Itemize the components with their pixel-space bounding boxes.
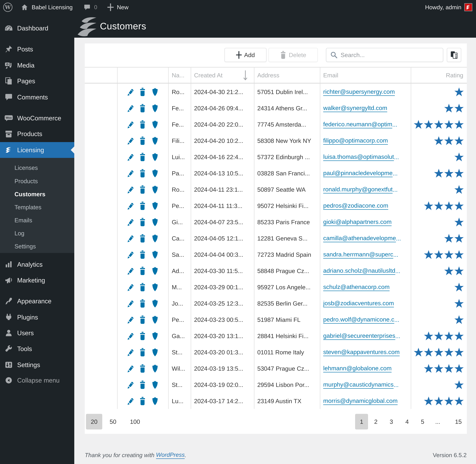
edit-icon[interactable] (126, 397, 133, 405)
shield-icon[interactable] (152, 234, 158, 243)
delete-button[interactable]: Delete (268, 48, 318, 62)
edit-icon[interactable] (126, 283, 133, 291)
sidebar-item-appearance[interactable]: Appearance (0, 293, 74, 309)
wordpress-logo-icon[interactable]: W (3, 0, 13, 14)
delete-icon[interactable] (139, 169, 146, 178)
edit-icon[interactable] (126, 315, 133, 324)
email-link[interactable]: schulz@athenacorp.com (323, 279, 390, 295)
email-link[interactable]: federico.neumann@optim... (323, 116, 397, 133)
shield-icon[interactable] (152, 185, 158, 194)
page-size-100[interactable]: 100 (127, 414, 143, 429)
edit-icon[interactable] (126, 136, 133, 145)
delete-icon[interactable] (139, 283, 146, 291)
edit-icon[interactable] (126, 185, 133, 194)
sort-desc-icon[interactable] (243, 70, 248, 81)
shield-icon[interactable] (152, 120, 158, 129)
home-icon[interactable] (21, 0, 28, 14)
wordpress-link[interactable]: WordPress (156, 451, 185, 459)
edit-icon[interactable] (126, 348, 133, 357)
sidebar-item-plugins[interactable]: Plugins (0, 309, 74, 325)
edit-icon[interactable] (126, 380, 133, 389)
shield-icon[interactable] (152, 136, 158, 145)
page-size-20[interactable]: 20 (86, 414, 102, 429)
comments-bubble-icon[interactable] (84, 0, 90, 14)
shield-icon[interactable] (152, 218, 158, 227)
submenu-item-licenses[interactable]: Licenses (0, 161, 74, 174)
column-header-created-at[interactable]: Created At (194, 68, 222, 83)
submenu-item-settings[interactable]: Settings (0, 240, 74, 253)
email-link[interactable]: gabriel@secureenterprises... (323, 328, 400, 344)
edit-icon[interactable] (126, 104, 133, 113)
delete-icon[interactable] (139, 185, 146, 194)
sidebar-item-licensing[interactable]: Licensing (0, 142, 74, 158)
edit-icon[interactable] (126, 87, 133, 96)
delete-icon[interactable] (139, 120, 146, 129)
shield-icon[interactable] (152, 169, 158, 178)
submenu-item-customers[interactable]: Customers (0, 188, 74, 201)
shield-icon[interactable] (152, 250, 158, 259)
email-link[interactable]: ronald.murphy@gonextfut... (323, 181, 397, 198)
delete-icon[interactable] (139, 104, 146, 113)
email-link[interactable]: gioki@alphapartners.com (323, 214, 392, 230)
page-number-4[interactable]: 4 (401, 414, 413, 429)
sidebar-item-settings[interactable]: Settings (0, 357, 74, 373)
page-number-15[interactable]: 15 (452, 414, 465, 429)
email-link[interactable]: adriano.scholz@nautilusltd... (323, 263, 400, 279)
edit-icon[interactable] (126, 202, 133, 210)
sidebar-item-woocommerce[interactable]: WooWooCommerce (0, 110, 74, 126)
sidebar-item-users[interactable]: Users (0, 325, 74, 341)
shield-icon[interactable] (152, 315, 158, 324)
sidebar-item-dashboard[interactable]: Dashboard (0, 20, 74, 36)
delete-icon[interactable] (139, 364, 146, 373)
shield-icon[interactable] (152, 283, 158, 292)
edit-icon[interactable] (126, 218, 133, 226)
submenu-item-templates[interactable]: Templates (0, 201, 74, 214)
shield-icon[interactable] (152, 299, 158, 308)
search-input[interactable]: Search... (326, 48, 443, 62)
delete-icon[interactable] (139, 299, 146, 308)
columns-button[interactable] (447, 48, 461, 62)
edit-icon[interactable] (126, 250, 133, 259)
shield-icon[interactable] (152, 201, 158, 210)
sidebar-item-pages[interactable]: Pages (0, 73, 74, 89)
delete-icon[interactable] (139, 332, 146, 340)
edit-icon[interactable] (126, 364, 133, 373)
shield-icon[interactable] (152, 87, 158, 97)
sidebar-item-analytics[interactable]: Analytics (0, 257, 74, 272)
avatar[interactable] (464, 0, 472, 14)
plus-icon[interactable] (107, 0, 114, 14)
edit-icon[interactable] (126, 153, 133, 161)
delete-icon[interactable] (139, 87, 146, 96)
column-header-name[interactable]: Na... (172, 68, 184, 83)
page-number-dotdotdot[interactable]: ... (431, 414, 445, 429)
page-number-5[interactable]: 5 (417, 414, 428, 429)
sidebar-item-media[interactable]: Media (0, 57, 74, 73)
sidebar-item-tools[interactable]: Tools (0, 341, 74, 357)
submenu-item-products[interactable]: Products (0, 174, 74, 188)
email-link[interactable]: walker@synergyltd.com (323, 100, 387, 116)
shield-icon[interactable] (152, 331, 158, 340)
delete-icon[interactable] (139, 397, 146, 405)
submenu-item-log[interactable]: Log (0, 227, 74, 240)
edit-icon[interactable] (126, 299, 133, 308)
howdy-text[interactable]: Howdy, admin (425, 0, 461, 14)
site-name[interactable]: Babel Licensing (32, 0, 73, 14)
sidebar-item-comments[interactable]: Comments (0, 89, 74, 105)
edit-icon[interactable] (126, 169, 133, 178)
add-button[interactable]: Add (225, 48, 267, 62)
new-menu-label[interactable]: New (117, 0, 129, 14)
shield-icon[interactable] (152, 396, 158, 406)
email-link[interactable]: sandra.herrmann@superc... (323, 246, 398, 263)
page-number-3[interactable]: 3 (386, 414, 397, 429)
sidebar-item-marketing[interactable]: Marketing (0, 272, 74, 288)
shield-icon[interactable] (152, 380, 158, 389)
delete-icon[interactable] (139, 267, 146, 275)
email-link[interactable]: richter@supersynergy.com (323, 84, 395, 100)
sidebar-item-posts[interactable]: Posts (0, 41, 74, 57)
delete-icon[interactable] (139, 218, 146, 226)
email-link[interactable]: morris@dynamicglobal.com (323, 393, 397, 409)
sidebar-item-products[interactable]: Products (0, 126, 74, 142)
sidebar-item-collapse-menu[interactable]: Collapse menu (0, 372, 74, 388)
email-link[interactable]: murphy@causticdynamics... (323, 377, 399, 393)
email-link[interactable]: pedros@zodiacone.com (323, 198, 388, 214)
